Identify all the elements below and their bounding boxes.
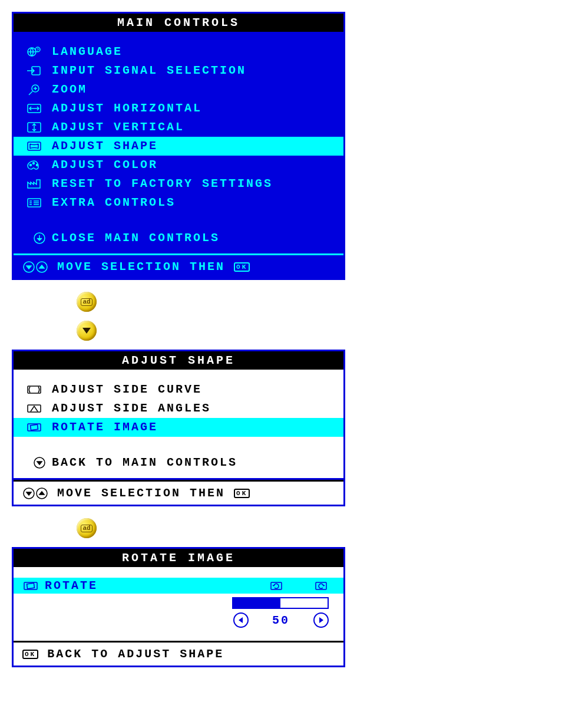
color-icon [22, 159, 46, 171]
language-icon: ? [22, 46, 46, 58]
down-arrow-icon [22, 261, 35, 274]
menu-label: ZOOM [46, 81, 87, 98]
rotate-cw-icon [313, 580, 329, 592]
svg-point-10 [37, 164, 38, 166]
factory-icon [22, 178, 46, 190]
menu-item-adjust-shape[interactable]: ADJUST SHAPE [14, 137, 343, 156]
shape-menu-body: ADJUST SIDE CURVE ADJUST SIDE ANGLES ROT… [14, 370, 343, 480]
ok-icon: OK [234, 262, 250, 272]
slider-fill [233, 598, 280, 608]
down-triangle-icon [82, 328, 91, 334]
menu-item-side-angles[interactable]: ADJUST SIDE ANGLES [14, 399, 343, 418]
menu-label: ADJUST HORIZONTAL [46, 100, 202, 117]
shape-icon [22, 140, 46, 152]
rotate-slider[interactable] [232, 597, 329, 609]
menu-item-back-main[interactable]: BACK TO MAIN CONTROLS [14, 453, 343, 478]
menu-item-adjust-vertical[interactable]: ADJUST VERTICAL [14, 118, 343, 137]
rotate-image-panel: ROTATE IMAGE ROTATE 50 OK BACK TO ADJUST… [12, 547, 345, 667]
rotate-title: ROTATE IMAGE [14, 549, 343, 567]
zoom-icon [22, 84, 46, 95]
menu-item-rotate-image[interactable]: ROTATE IMAGE [14, 418, 343, 437]
input-icon [22, 65, 46, 77]
menu-item-side-curve[interactable]: ADJUST SIDE CURVE [14, 380, 343, 399]
ok-button[interactable]: ad [77, 292, 97, 312]
main-menu-body: ? LANGUAGE INPUT SIGNAL SELECTION ZOOM A… [14, 32, 343, 253]
down-arrow-icon [22, 456, 46, 469]
rotate-image-icon [22, 580, 39, 592]
side-angles-icon [22, 403, 46, 414]
footer-text: MOVE SELECTION THEN [57, 260, 225, 274]
svg-point-8 [30, 164, 32, 166]
ok-icon: OK [234, 489, 250, 498]
ok-icon: ad [81, 525, 92, 532]
vertical-icon [22, 121, 46, 133]
menu-label: ADJUST SIDE CURVE [46, 381, 202, 398]
menu-label: EXTRA CONTROLS [46, 195, 176, 211]
menu-item-input-signal[interactable]: INPUT SIGNAL SELECTION [14, 61, 343, 80]
rotate-footer[interactable]: OK BACK TO ADJUST SHAPE [14, 641, 343, 666]
main-footer: MOVE SELECTION THEN OK [14, 253, 343, 278]
footer-text: MOVE SELECTION THEN [57, 486, 225, 500]
svg-point-9 [33, 163, 35, 164]
menu-item-adjust-horizontal[interactable]: ADJUST HORIZONTAL [14, 99, 343, 118]
menu-label: LANGUAGE [46, 44, 123, 60]
right-arrow-button[interactable] [313, 612, 329, 628]
menu-label: RESET TO FACTORY SETTINGS [46, 176, 273, 192]
menu-item-adjust-color[interactable]: ADJUST COLOR [14, 156, 343, 174]
menu-label: CLOSE MAIN CONTROLS [46, 230, 220, 246]
up-arrow-icon [35, 487, 48, 500]
menu-item-extra-controls[interactable]: EXTRA CONTROLS [14, 193, 343, 212]
ok-icon: OK [22, 650, 38, 659]
rotate-image-icon [22, 421, 46, 433]
rotate-label: ROTATE [39, 579, 269, 592]
menu-label: ADJUST COLOR [46, 157, 158, 173]
menu-label: ROTATE IMAGE [46, 419, 158, 436]
menu-item-zoom[interactable]: ZOOM [14, 80, 343, 99]
ok-icon: ad [81, 298, 92, 306]
horizontal-icon [22, 103, 46, 114]
rotate-ccw-icon [269, 580, 284, 592]
extra-icon [22, 197, 46, 209]
shape-title: ADJUST SHAPE [14, 351, 343, 370]
up-arrow-icon [35, 261, 48, 274]
svg-rect-23 [27, 583, 35, 589]
menu-label: ADJUST SIDE ANGLES [46, 400, 211, 417]
rotate-value: 50 [272, 614, 290, 627]
rotate-body: ROTATE 50 [14, 567, 343, 641]
menu-item-language[interactable]: ? LANGUAGE [14, 42, 343, 61]
menu-item-close[interactable]: CLOSE MAIN CONTROLS [14, 229, 343, 253]
footer-text: BACK TO ADJUST SHAPE [47, 647, 224, 661]
left-arrow-button[interactable] [233, 612, 249, 628]
menu-item-factory-reset[interactable]: RESET TO FACTORY SETTINGS [14, 174, 343, 193]
main-title: MAIN CONTROLS [14, 14, 343, 32]
down-button[interactable] [77, 321, 97, 341]
shape-footer: MOVE SELECTION THEN OK [14, 480, 343, 505]
rotate-slider-row [14, 594, 343, 611]
side-curve-icon [22, 384, 46, 396]
menu-label: ADJUST VERTICAL [46, 119, 184, 136]
ok-button[interactable]: ad [77, 518, 97, 538]
down-arrow-icon [22, 487, 35, 500]
main-controls-panel: MAIN CONTROLS ? LANGUAGE INPUT SIGNAL SE… [12, 12, 345, 280]
menu-label: BACK TO MAIN CONTROLS [46, 454, 237, 471]
down-arrow-icon [22, 232, 46, 245]
svg-rect-18 [31, 424, 38, 430]
rotate-value-row: 50 [14, 611, 343, 635]
svg-text:?: ? [37, 48, 41, 52]
menu-label: ADJUST SHAPE [46, 138, 158, 154]
adjust-shape-panel: ADJUST SHAPE ADJUST SIDE CURVE ADJUST SI… [12, 350, 345, 506]
menu-label: INPUT SIGNAL SELECTION [46, 62, 246, 79]
rotate-option[interactable]: ROTATE [14, 578, 343, 594]
